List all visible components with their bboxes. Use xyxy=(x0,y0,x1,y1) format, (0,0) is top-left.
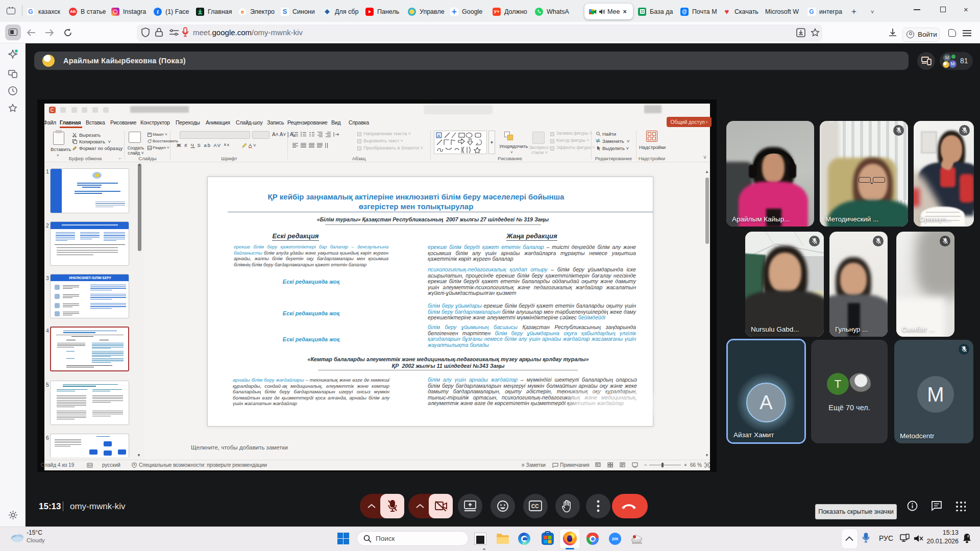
svg-text:z: z xyxy=(967,534,969,538)
svg-text:CC: CC xyxy=(531,504,538,509)
svg-text:A: A xyxy=(437,134,440,138)
